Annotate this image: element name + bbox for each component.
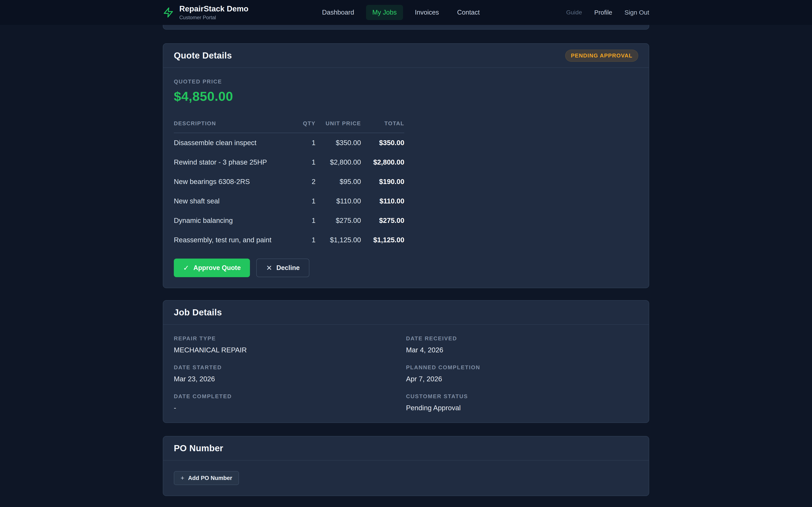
cell-qty: 1 — [292, 230, 315, 250]
cell-description: New bearings 6308-2RS — [174, 172, 292, 191]
check-icon: ✓ — [183, 264, 189, 272]
col-header-total: TOTAL — [361, 120, 404, 133]
cell-total: $110.00 — [361, 191, 404, 211]
table-row: Rewind stator - 3 phase 25HP 1 $2,800.00… — [174, 153, 404, 172]
table-row: Disassemble clean inspect 1 $350.00 $350… — [174, 133, 404, 153]
po-number-card: PO Number + Add PO Number — [163, 436, 649, 496]
nav-link-profile[interactable]: Profile — [594, 9, 612, 16]
job-card-body: REPAIR TYPE MECHANICAL REPAIR DATE RECEI… — [163, 325, 649, 422]
field-label: PLANNED COMPLETION — [406, 364, 638, 371]
cell-total: $1,125.00 — [361, 230, 404, 250]
cell-unit-price: $275.00 — [315, 211, 361, 230]
field-label: CUSTOMER STATUS — [406, 393, 638, 400]
field-customer-status: CUSTOMER STATUS Pending Approval — [406, 393, 638, 412]
brand: RepairStack Demo Customer Portal — [163, 4, 248, 21]
page-content: Quote Details PENDING APPROVAL QUOTED PR… — [163, 25, 649, 507]
quote-card-body: QUOTED PRICE $4,850.00 DESCRIPTION QTY U… — [163, 68, 649, 288]
decline-label: Decline — [276, 264, 300, 272]
job-card-header: Job Details — [163, 300, 649, 325]
quote-card-header: Quote Details PENDING APPROVAL — [163, 44, 649, 68]
cell-qty: 2 — [292, 172, 315, 191]
nav-link-sign-out[interactable]: Sign Out — [624, 9, 649, 16]
field-value: Mar 23, 2026 — [174, 375, 406, 383]
cell-description: Dynamic balancing — [174, 211, 292, 230]
field-planned-completion: PLANNED COMPLETION Apr 7, 2026 — [406, 364, 638, 383]
cell-total: $275.00 — [361, 211, 404, 230]
lightning-bolt-icon — [163, 6, 174, 19]
quoted-price-label: QUOTED PRICE — [174, 78, 638, 85]
field-label: DATE COMPLETED — [174, 393, 406, 400]
top-nav: RepairStack Demo Customer Portal Dashboa… — [0, 0, 812, 25]
cell-unit-price: $2,800.00 — [315, 153, 361, 172]
quote-actions: ✓ Approve Quote ✕ Decline — [174, 259, 638, 277]
table-row: New bearings 6308-2RS 2 $95.00 $190.00 — [174, 172, 404, 191]
field-value: Apr 7, 2026 — [406, 375, 638, 383]
brand-subtitle: Customer Portal — [179, 14, 248, 20]
po-card-title: PO Number — [174, 443, 223, 453]
cell-total: $190.00 — [361, 172, 404, 191]
cell-description: New shaft seal — [174, 191, 292, 211]
cell-description: Disassemble clean inspect — [174, 133, 292, 153]
field-value: - — [174, 404, 406, 412]
plus-icon: + — [181, 474, 185, 482]
field-date-received: DATE RECEIVED Mar 4, 2026 — [406, 335, 638, 354]
job-details-card: Job Details REPAIR TYPE MECHANICAL REPAI… — [163, 300, 649, 423]
cell-qty: 1 — [292, 153, 315, 172]
cell-unit-price: $110.00 — [315, 191, 361, 211]
po-card-header: PO Number — [163, 437, 649, 460]
po-card-body: + Add PO Number — [163, 460, 649, 496]
quote-details-card: Quote Details PENDING APPROVAL QUOTED PR… — [163, 43, 649, 288]
field-label: REPAIR TYPE — [174, 335, 406, 342]
approve-quote-label: Approve Quote — [194, 264, 241, 272]
nav-link-invoices[interactable]: Invoices — [409, 5, 445, 20]
decline-button[interactable]: ✕ Decline — [256, 259, 309, 277]
cell-qty: 1 — [292, 133, 315, 153]
x-icon: ✕ — [266, 264, 272, 272]
field-value: Pending Approval — [406, 404, 638, 412]
col-header-unit-price: UNIT PRICE — [315, 120, 361, 133]
col-header-description: DESCRIPTION — [174, 120, 292, 133]
field-date-completed: DATE COMPLETED - — [174, 393, 406, 412]
table-header-row: DESCRIPTION QTY UNIT PRICE TOTAL — [174, 120, 404, 133]
cell-description: Rewind stator - 3 phase 25HP — [174, 153, 292, 172]
nav-link-guide[interactable]: Guide — [566, 9, 582, 16]
add-po-number-button[interactable]: + Add PO Number — [174, 471, 239, 485]
quote-card-title: Quote Details — [174, 51, 232, 61]
previous-card-bottom-edge — [163, 25, 649, 30]
quoted-price-value: $4,850.00 — [174, 89, 638, 104]
cell-unit-price: $95.00 — [315, 172, 361, 191]
nav-link-contact[interactable]: Contact — [451, 5, 486, 20]
status-badge: PENDING APPROVAL — [565, 50, 638, 62]
job-card-title: Job Details — [174, 307, 222, 318]
field-repair-type: REPAIR TYPE MECHANICAL REPAIR — [174, 335, 406, 354]
field-label: DATE STARTED — [174, 364, 406, 371]
quote-line-items-table: DESCRIPTION QTY UNIT PRICE TOTAL Disasse… — [174, 120, 404, 250]
cell-description: Reassembly, test run, and paint — [174, 230, 292, 250]
add-po-number-label: Add PO Number — [188, 475, 233, 482]
nav-link-dashboard[interactable]: Dashboard — [316, 5, 361, 20]
field-value: Mar 4, 2026 — [406, 346, 638, 354]
field-date-started: DATE STARTED Mar 23, 2026 — [174, 364, 406, 383]
cell-total: $350.00 — [361, 133, 404, 153]
nav-right: Guide Profile Sign Out — [566, 9, 649, 16]
brand-title: RepairStack Demo — [179, 4, 248, 13]
brand-text: RepairStack Demo Customer Portal — [179, 4, 248, 21]
col-header-qty: QTY — [292, 120, 315, 133]
field-label: DATE RECEIVED — [406, 335, 638, 342]
cell-qty: 1 — [292, 211, 315, 230]
approve-quote-button[interactable]: ✓ Approve Quote — [174, 259, 250, 277]
table-row: Reassembly, test run, and paint 1 $1,125… — [174, 230, 404, 250]
cell-total: $2,800.00 — [361, 153, 404, 172]
main-nav: Dashboard My Jobs Invoices Contact — [316, 5, 486, 20]
cell-unit-price: $350.00 — [315, 133, 361, 153]
table-row: Dynamic balancing 1 $275.00 $275.00 — [174, 211, 404, 230]
nav-link-my-jobs[interactable]: My Jobs — [366, 5, 403, 20]
field-value: MECHANICAL REPAIR — [174, 346, 406, 354]
cell-unit-price: $1,125.00 — [315, 230, 361, 250]
cell-qty: 1 — [292, 191, 315, 211]
table-row: New shaft seal 1 $110.00 $110.00 — [174, 191, 404, 211]
